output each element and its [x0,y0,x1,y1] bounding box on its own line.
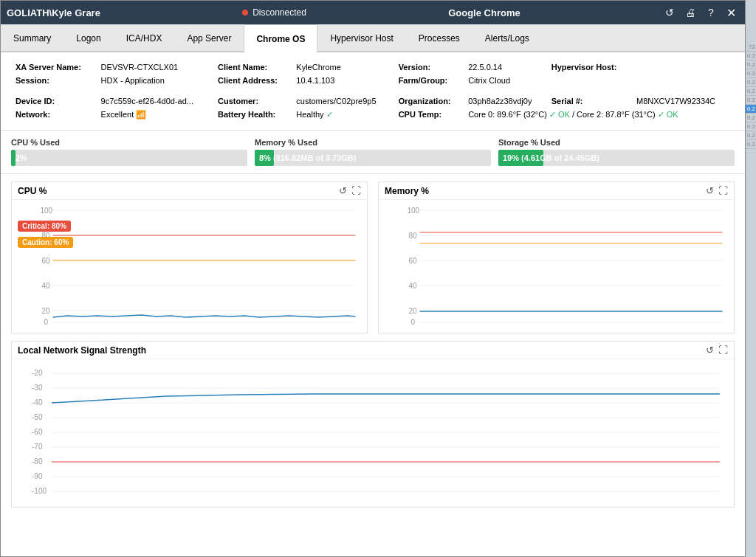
memory-chart-svg: 100 80 60 40 20 0 [382,203,731,328]
cpu-chart-controls: ↺ ⛶ [339,185,361,196]
xa-server-value: DEVSVR-CTXCLX01 [98,61,213,73]
svg-text:40: 40 [409,282,418,290]
sidebar-right-item: 0.2 [746,140,756,149]
connection-status-area: Disconnected [242,7,306,18]
network-chart-title: Local Network Signal Strength [18,345,146,356]
client-address-label: Client Address: [215,75,292,86]
svg-text:-90: -90 [32,472,43,480]
cpu-usage-label: CPU % Used [11,138,247,147]
network-chart-expand[interactable]: ⛶ [718,345,728,356]
memory-chart-refresh[interactable]: ↺ [706,185,714,196]
farmgroup-label: Farm/Group: [396,75,464,86]
sidebar-right-item: 0.2 [746,105,756,114]
network-chart-body: -20 -30 -40 -50 -60 -70 -80 -90 -100 [12,359,734,507]
title-bar: GOLIATH\Kyle Grare Disconnected Google C… [1,1,745,24]
memory-usage-track: 8% (316.82MB of 3.73GB) [255,150,491,166]
xa-server-label: XA Server Name: [13,61,97,73]
cpu-caution-legend: Caution: 60% [18,237,73,248]
tab-appserver[interactable]: App Server [174,24,244,51]
tab-icahdx[interactable]: ICA/HDX [114,24,175,51]
storage-usage-item: Storage % Used 19% (4.61GB of 24.45GB) [498,138,735,166]
organization-label: Organization: [396,95,464,107]
tab-processes[interactable]: Processes [406,24,472,51]
svg-text:-100: -100 [32,487,47,495]
svg-text:20: 20 [409,307,418,315]
cpu-critical-legend: Critical: 80% [18,221,71,232]
tab-hypervisorhost[interactable]: Hypervisor Host [317,24,405,51]
sidebar-right-item: 0.2 [746,96,756,105]
svg-text:-60: -60 [32,428,43,436]
cpu-chart-header: CPU % ↺ ⛶ [12,182,367,200]
version-label: Version: [396,61,464,73]
client-name-label: Client Name: [215,61,292,73]
svg-text:-40: -40 [32,398,43,406]
network-value: Excellent 📶 [98,108,213,121]
svg-text:-30: -30 [32,384,43,392]
network-label: Network: [13,108,97,121]
hypervisor-host-label: Hypervisor Host: [549,61,632,73]
tab-alertslogs[interactable]: Alerts/Logs [472,24,542,51]
network-chart-header: Local Network Signal Strength ↺ ⛶ [12,342,734,359]
app-name: GOLIATH\Kyle Grare [7,7,100,18]
cpu-usage-text: 2% [16,153,27,162]
tab-summary[interactable]: Summary [1,24,63,51]
tab-chromeos[interactable]: Chrome OS [244,24,317,52]
cpu-chart-expand[interactable]: ⛶ [351,185,361,196]
refresh-button[interactable]: ↺ [662,5,677,20]
sidebar-right-item: 0.2 [746,131,756,140]
storage-usage-text: 19% (4.61GB of 24.45GB) [503,153,599,162]
svg-text:20: 20 [42,307,51,315]
svg-text:100: 100 [408,207,420,215]
svg-text:-80: -80 [32,457,43,466]
memory-chart-title: Memory % [385,186,429,196]
charts-area: CPU % ↺ ⛶ Critical: 80% Caution: 60% 100… [1,174,745,341]
svg-text:-70: -70 [32,443,43,451]
tab-logon[interactable]: Logon [63,24,113,51]
svg-text:100: 100 [41,207,53,215]
session-value: HDX - Application [98,75,213,86]
network-chart-svg: -20 -30 -40 -50 -60 -70 -80 -90 -100 [15,362,731,510]
client-address-value: 10.4.1.103 [293,75,394,86]
cpu-usage-track: 2% [11,150,247,166]
cpu-temp-label: CPU Temp: [396,108,464,121]
memory-usage-text: 8% (316.82MB of 3.73GB) [259,153,356,162]
memory-chart-header: Memory % ↺ ⛶ [379,182,734,200]
server-info: XA Server Name: DEVSVR-CTXCLX01 Client N… [1,52,745,131]
customer-label: Customer: [215,95,292,107]
svg-text:60: 60 [409,257,418,265]
sidebar-right-item: 0.2 [746,87,756,96]
memory-chart-body: 100 80 60 40 20 0 [379,200,734,333]
session-label: Session: [13,75,97,86]
farmgroup-value: Citrix Cloud [465,75,547,86]
network-chart: Local Network Signal Strength ↺ ⛶ -20 -3… [11,341,735,508]
print-button[interactable]: 🖨 [683,5,698,20]
sidebar-right: 72 0.2 0.2 0.2 0.2 0.2 0.2 0.2 0.2 0.2 0… [746,0,756,557]
memory-chart-expand[interactable]: ⛶ [718,185,728,196]
network-chart-refresh[interactable]: ↺ [706,345,714,356]
window-title: Google Chrome [448,7,520,18]
storage-usage-label: Storage % Used [498,138,735,147]
cpu-chart-refresh[interactable]: ↺ [339,185,347,196]
cpu-chart-title: CPU % [18,186,47,196]
content-area: XA Server Name: DEVSVR-CTXCLX01 Client N… [1,52,745,556]
network-data-line [52,394,720,403]
battery-health-value: Healthy ✓ [293,108,394,121]
device-id-value: 9c7c559c-ef26-4d0d-ad... [98,95,213,107]
wifi-icon: 📶 [136,110,146,119]
help-button[interactable]: ? [704,5,718,20]
cpu-temp-sep: / [572,110,574,119]
sidebar-right-item: 72 [746,43,756,52]
connection-status-label: Disconnected [252,7,306,18]
version-value: 22.5.0.14 [465,61,547,73]
sidebar-right-item: 0.2 [746,52,756,60]
device-id-label: Device ID: [13,95,97,107]
usage-bars-section: CPU % Used 2% Memory % Used 8% (316.82MB… [1,131,745,174]
sidebar-right-item: 0.2 [746,114,756,122]
sidebar-right-item: 0.2 [746,69,756,78]
cpu-temp-value: Core 0: 89.6°F (32°C) ✓ OK / Core 2: 87.… [465,108,733,121]
serial-value: M8NXCV17W92334C [633,95,733,107]
network-chart-controls: ↺ ⛶ [706,345,728,356]
serial-label: Serial #: [549,95,632,107]
close-button[interactable]: ✕ [724,5,739,20]
svg-text:-50: -50 [32,413,43,421]
